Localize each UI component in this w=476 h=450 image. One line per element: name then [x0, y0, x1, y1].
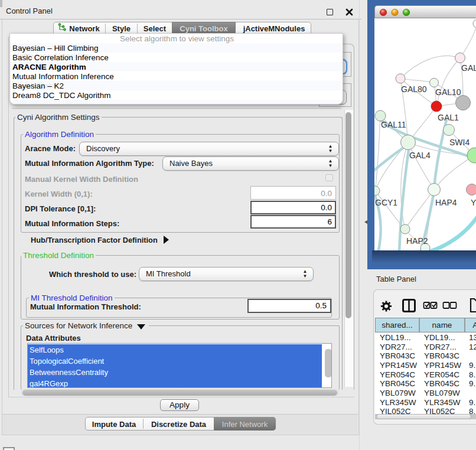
svg-text:Y: Y [471, 198, 476, 207]
svg-text:HAP4: HAP4 [435, 198, 457, 207]
svg-text:SWI4: SWI4 [449, 138, 470, 147]
svg-text:HAP2: HAP2 [406, 236, 428, 246]
svg-text:GAL11: GAL11 [381, 120, 406, 129]
svg-text:GAL80: GAL80 [401, 84, 427, 94]
svg-text:GAL10: GAL10 [435, 87, 461, 97]
svg-text:GAL1: GAL1 [438, 113, 459, 122]
svg-text:GAL7: GAL7 [461, 63, 476, 73]
svg-text:GAL4: GAL4 [409, 151, 431, 160]
svg-text:GCY1: GCY1 [375, 198, 397, 207]
